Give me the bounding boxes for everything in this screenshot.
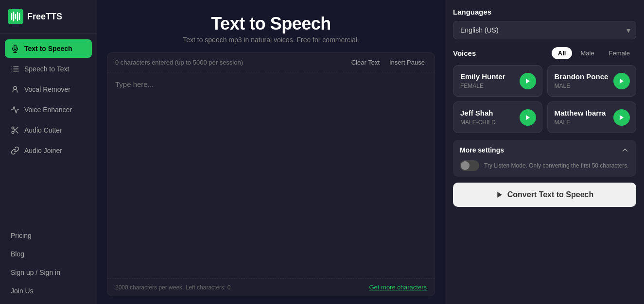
get-more-characters-link[interactable]: Get more characters: [369, 284, 427, 291]
play-icon: [524, 114, 531, 121]
sidebar: FreeTTS Text to Speech Speech to Text: [0, 0, 97, 304]
more-settings-title: More settings: [460, 146, 504, 154]
listen-mode-row: Try Listen Mode. Only converting the fir…: [460, 160, 629, 171]
languages-title: Languages: [453, 8, 636, 16]
editor-area: 0 characters entered (up to 5000 per ses…: [107, 52, 435, 296]
svg-line-13: [16, 131, 18, 133]
insert-pause-button[interactable]: Insert Pause: [387, 58, 427, 67]
char-count: 0 characters entered (up to 5000 per ses…: [115, 59, 243, 66]
sidebar-item-vocal-label: Vocal Remover: [24, 85, 70, 93]
sidebar-link-blog[interactable]: Blog: [5, 245, 92, 263]
voice-card-emily-hunter[interactable]: Emily Hunter FEMALE: [453, 65, 542, 97]
listen-mode-toggle[interactable]: [460, 160, 479, 171]
sidebar-item-audio-joiner[interactable]: Audio Joiner: [5, 141, 92, 160]
voice-card-matthew-ibarra[interactable]: Matthew Ibarra Male: [547, 101, 637, 133]
play-brandon-button[interactable]: [613, 73, 630, 89]
sidebar-item-voice-enhancer[interactable]: Voice Enhancer: [5, 101, 92, 119]
logo-icon: [8, 9, 23, 24]
sidebar-link-signup[interactable]: Sign up / Sign in: [5, 263, 92, 282]
svg-marker-16: [620, 78, 624, 84]
listen-mode-label: Try Listen Mode. Only converting the fir…: [484, 162, 629, 169]
cutter-icon: [11, 126, 19, 135]
language-select[interactable]: English (US) English (UK) Spanish French…: [453, 21, 636, 39]
voices-header: Voices All Male Female: [453, 47, 636, 59]
more-settings-panel: More settings Try Listen Mode. Only conv…: [453, 140, 636, 177]
language-selector-wrapper: English (US) English (UK) Spanish French…: [453, 21, 636, 39]
play-matthew-button[interactable]: [613, 109, 630, 126]
play-triangle-icon: [496, 191, 504, 199]
play-emily-button[interactable]: [520, 73, 536, 89]
sidebar-logo: FreeTTS: [0, 0, 97, 34]
filter-female-button[interactable]: Female: [603, 47, 636, 59]
app-name: FreeTTS: [27, 12, 62, 22]
editor-toolbar: 0 characters entered (up to 5000 per ses…: [107, 53, 435, 72]
svg-point-9: [14, 86, 17, 89]
play-icon: [524, 78, 531, 84]
sidebar-nav: Text to Speech Speech to Text Vocal Remo…: [0, 34, 97, 222]
sidebar-item-stt-label: Speech to Text: [24, 65, 69, 73]
svg-marker-15: [525, 78, 529, 84]
filter-all-button[interactable]: All: [552, 47, 573, 59]
enhancer-icon: [11, 105, 19, 114]
page-title: Text to Speech: [107, 14, 435, 34]
vocal-icon: [11, 85, 19, 94]
svg-marker-18: [620, 115, 624, 120]
play-icon: [618, 114, 625, 121]
convert-button-label: Convert Text to Speech: [507, 190, 594, 199]
page-subtitle: Text to speech mp3 in natural voices. Fr…: [107, 36, 435, 44]
main-content: Text to Speech Text to speech mp3 in nat…: [97, 0, 445, 304]
svg-marker-19: [497, 192, 502, 198]
sidebar-item-cutter-label: Audio Cutter: [24, 126, 62, 134]
editor-footer: 2000 characters per week. Left character…: [107, 278, 435, 296]
tts-icon: [11, 44, 19, 53]
footer-char-info: 2000 characters per week. Left character…: [115, 284, 230, 291]
svg-marker-17: [525, 115, 529, 120]
voice-filter-buttons: All Male Female: [552, 47, 636, 59]
voice-card-jeff-shah[interactable]: Jeff Shah Male-Child: [453, 101, 542, 133]
joiner-icon: [11, 146, 19, 155]
sidebar-link-pricing[interactable]: Pricing: [5, 226, 92, 245]
play-icon: [618, 78, 625, 84]
sidebar-item-speech-to-text[interactable]: Speech to Text: [5, 60, 92, 78]
sidebar-item-audio-cutter[interactable]: Audio Cutter: [5, 121, 92, 139]
chevron-up-icon: [621, 146, 629, 154]
stt-icon: [11, 65, 19, 73]
more-settings-header[interactable]: More settings: [460, 146, 629, 154]
voice-card-brandon-ponce[interactable]: Brandon Ponce Male: [547, 65, 637, 97]
convert-button[interactable]: Convert Text to Speech: [453, 183, 636, 207]
sidebar-item-tts-label: Text to Speech: [24, 45, 72, 52]
sidebar-item-text-to-speech[interactable]: Text to Speech: [5, 39, 92, 58]
sidebar-item-joiner-label: Audio Joiner: [24, 147, 62, 154]
play-jeff-button[interactable]: [520, 109, 536, 126]
sidebar-item-vocal-remover[interactable]: Vocal Remover: [5, 80, 92, 99]
voices-grid: Emily Hunter FEMALE Brandon Ponce Male J…: [453, 65, 636, 133]
text-editor[interactable]: [107, 72, 435, 278]
main-header: Text to Speech Text to speech mp3 in nat…: [97, 0, 445, 52]
toolbar-actions: Clear Text Insert Pause: [349, 58, 427, 67]
svg-line-14: [14, 129, 15, 130]
sidebar-item-enhancer-label: Voice Enhancer: [24, 106, 72, 114]
sidebar-links: Pricing Blog Sign up / Sign in Join Us: [0, 222, 97, 304]
right-panel: Languages English (US) English (UK) Span…: [445, 0, 644, 304]
sidebar-link-join[interactable]: Join Us: [5, 282, 92, 300]
filter-male-button[interactable]: Male: [574, 47, 600, 59]
clear-text-button[interactable]: Clear Text: [349, 58, 382, 67]
voices-title: Voices: [453, 49, 476, 57]
